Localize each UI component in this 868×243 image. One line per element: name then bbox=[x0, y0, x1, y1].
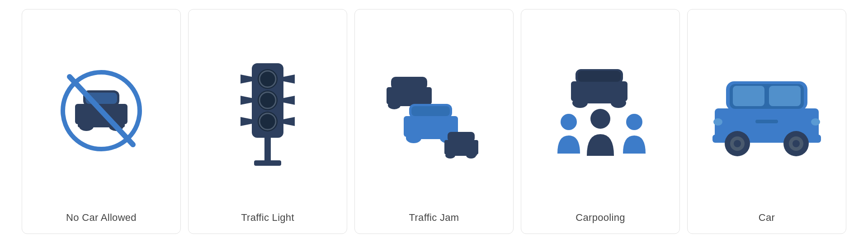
svg-rect-62 bbox=[755, 120, 778, 123]
svg-point-10 bbox=[258, 90, 278, 110]
svg-point-11 bbox=[258, 112, 278, 131]
car-label: Car bbox=[759, 211, 775, 224]
carpooling-label: Carpooling bbox=[576, 211, 625, 224]
svg-marker-20 bbox=[283, 117, 295, 126]
svg-rect-32 bbox=[406, 132, 455, 139]
svg-point-9 bbox=[258, 69, 278, 89]
car-icon bbox=[697, 23, 837, 202]
svg-point-59 bbox=[793, 140, 800, 147]
svg-rect-21 bbox=[264, 138, 271, 163]
svg-marker-16 bbox=[241, 96, 252, 105]
svg-marker-17 bbox=[241, 117, 252, 126]
svg-rect-38 bbox=[446, 151, 477, 156]
traffic-light-icon bbox=[198, 23, 338, 202]
traffic-jam-label: Traffic Jam bbox=[409, 211, 459, 224]
no-car-allowed-card: No Car Allowed bbox=[22, 9, 181, 234]
svg-marker-15 bbox=[241, 75, 252, 84]
carpooling-card: Carpooling bbox=[521, 9, 680, 234]
svg-marker-18 bbox=[283, 75, 295, 84]
no-car-allowed-icon bbox=[31, 23, 171, 202]
no-car-allowed-label: No Car Allowed bbox=[66, 211, 137, 224]
svg-point-46 bbox=[626, 114, 642, 130]
traffic-jam-card: Traffic Jam bbox=[354, 9, 514, 234]
svg-rect-44 bbox=[578, 71, 621, 82]
carpooling-icon bbox=[530, 23, 670, 202]
car-card: Car bbox=[687, 9, 846, 234]
svg-point-61 bbox=[811, 118, 820, 126]
svg-rect-52 bbox=[733, 86, 764, 106]
traffic-light-card: Traffic Light bbox=[188, 9, 347, 234]
svg-point-60 bbox=[713, 118, 722, 126]
svg-rect-22 bbox=[254, 160, 281, 166]
traffic-light-label: Traffic Light bbox=[241, 211, 294, 224]
svg-point-45 bbox=[561, 114, 577, 130]
traffic-jam-icon bbox=[364, 23, 504, 202]
svg-rect-53 bbox=[769, 86, 801, 106]
svg-rect-43 bbox=[573, 97, 625, 103]
icons-container: No Car Allowed bbox=[0, 0, 868, 243]
svg-point-47 bbox=[590, 109, 610, 129]
svg-point-56 bbox=[734, 140, 741, 147]
svg-rect-33 bbox=[411, 106, 450, 116]
svg-marker-19 bbox=[283, 96, 295, 105]
